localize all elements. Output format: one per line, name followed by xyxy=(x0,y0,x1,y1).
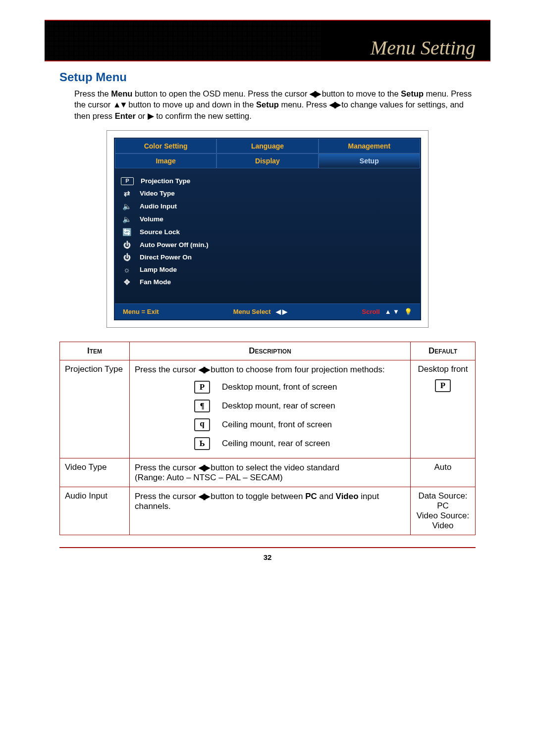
intro-text: button to move to the xyxy=(320,89,401,98)
osd-item-label: Lamp Mode xyxy=(140,266,177,273)
item-name: Audio Input xyxy=(60,487,130,535)
osd-footer: Menu = Exit Menu Select ◀ ▶ Scroll ▲ ▼ 💡 xyxy=(115,303,420,319)
table-row: Video Type Press the cursor ◀▶ button to… xyxy=(60,458,476,487)
up-down-arrows-icon: ▲▼ xyxy=(113,100,126,109)
osd-item-label: Video Type xyxy=(140,190,175,197)
desc-text: Press the cursor xyxy=(135,492,199,501)
desc-text: and xyxy=(317,492,336,501)
source-lock-icon: 🔄 xyxy=(121,228,133,237)
left-right-arrows-icon: ◀▶ xyxy=(199,463,209,472)
osd-item-list: PProjection Type ⇄Video Type 🔈Audio Inpu… xyxy=(115,168,420,303)
header-band: Menu Setting xyxy=(45,21,490,60)
header-description: Description xyxy=(130,342,411,360)
fan-mode-icon: ✥ xyxy=(121,278,133,287)
intro-text: button to move up and down in the xyxy=(126,100,256,109)
projection-option: ¶ Desktop mount, rear of screen xyxy=(194,400,405,412)
osd-footer-select: Menu Select xyxy=(233,308,271,315)
left-right-arrows-icon: ◀▶ xyxy=(329,100,339,109)
header-default: Default xyxy=(411,342,476,360)
item-description: Press the cursor ◀▶ button to select the… xyxy=(130,458,411,487)
osd-item-label: Projection Type xyxy=(141,177,190,185)
item-default: Auto xyxy=(411,458,476,487)
osd-item: ⏻Direct Power On xyxy=(121,251,414,263)
intro-text: or xyxy=(136,111,148,120)
intro-text: Press the xyxy=(74,89,111,98)
up-down-arrows-icon: ▲ ▼ xyxy=(385,308,399,315)
desc-text: button to choose from four projection me… xyxy=(209,365,385,374)
osd-footer-exit: Menu = Exit xyxy=(123,308,159,315)
osd-tab-display: Display xyxy=(216,153,318,168)
intro-text: menu. Press xyxy=(279,100,329,109)
volume-icon: 🔈 xyxy=(121,215,133,224)
pc-label: PC xyxy=(305,492,317,501)
osd-tab-row: Color Setting Language Management Image … xyxy=(115,139,420,168)
desc-text: button to toggle between xyxy=(209,492,306,501)
osd-item: ☼Lamp Mode xyxy=(121,263,414,276)
left-right-arrows-icon: ◀▶ xyxy=(310,89,320,98)
osd-tab-language: Language xyxy=(216,139,318,153)
osd-item: ⇄Video Type xyxy=(121,187,414,200)
osd-item: ✥Fan Mode xyxy=(121,276,414,289)
header-pattern xyxy=(45,21,322,60)
setup-label: Setup xyxy=(401,89,424,98)
item-default: Data Source: PC Video Source: Video xyxy=(411,487,476,535)
projection-option: Ь Ceiling mount, rear of screen xyxy=(194,437,405,450)
osd-tab-image: Image xyxy=(115,153,216,168)
lamp-mode-icon: ☼ xyxy=(121,265,133,274)
osd-item-label: Source Lock xyxy=(140,228,180,236)
desktop-front-icon: P xyxy=(435,379,451,392)
projection-option: P Desktop mount, front of screen xyxy=(194,381,405,394)
table-header-row: Item Description Default xyxy=(60,342,476,360)
setup-label: Setup xyxy=(256,100,279,109)
desc-text: Press the cursor xyxy=(135,463,199,472)
projection-type-icon: P xyxy=(121,177,134,185)
description-table: Item Description Default Projection Type… xyxy=(59,342,476,535)
section-title: Setup Menu xyxy=(59,70,490,84)
osd-item-label: Volume xyxy=(140,215,163,223)
osd-item-label: Audio Input xyxy=(140,202,177,210)
osd-item: PProjection Type xyxy=(121,175,414,187)
item-name: Projection Type xyxy=(60,360,130,458)
osd-screenshot: Color Setting Language Management Image … xyxy=(107,130,428,328)
ceiling-rear-icon: Ь xyxy=(194,437,210,450)
header-underline xyxy=(45,60,490,61)
intro-paragraph: Press the Menu button to open the OSD me… xyxy=(74,88,476,121)
table-row: Audio Input Press the cursor ◀▶ button t… xyxy=(60,487,476,535)
projection-label: Desktop mount, rear of screen xyxy=(222,401,335,411)
desktop-rear-icon: ¶ xyxy=(194,400,210,412)
audio-input-icon: 🔈 xyxy=(121,202,133,211)
left-right-arrows-icon: ◀▶ xyxy=(199,492,209,501)
item-name: Video Type xyxy=(60,458,130,487)
projection-label: Ceiling mount, front of screen xyxy=(222,420,332,430)
projection-label: Ceiling mount, rear of screen xyxy=(222,439,330,449)
osd-item-label: Direct Power On xyxy=(140,253,192,261)
default-text: Desktop front xyxy=(416,364,470,374)
ceiling-front-icon: d xyxy=(194,418,210,431)
header-item: Item xyxy=(60,342,130,360)
left-right-arrows-icon: ◀▶ xyxy=(199,365,209,374)
page-number: 32 xyxy=(45,548,490,576)
auto-power-off-icon: ⏻ xyxy=(121,241,133,249)
item-description: Press the cursor ◀▶ button to toggle bet… xyxy=(130,487,411,535)
video-type-icon: ⇄ xyxy=(121,189,133,198)
intro-text: to confirm the new setting. xyxy=(154,111,252,120)
direct-power-on-icon: ⏻ xyxy=(121,253,133,261)
item-description: Press the cursor ◀▶ button to choose fro… xyxy=(130,360,411,458)
osd-tab-management: Management xyxy=(319,139,420,153)
menu-label: Menu xyxy=(111,89,132,98)
header-title: Menu Setting xyxy=(371,36,476,59)
play-icon: ▶ xyxy=(148,111,154,120)
osd-item-label: Auto Power Off (min.) xyxy=(140,241,209,249)
osd-panel: Color Setting Language Management Image … xyxy=(114,138,421,320)
table-row: Projection Type Press the cursor ◀▶ butt… xyxy=(60,360,476,458)
projection-option: d Ceiling mount, front of screen xyxy=(194,418,405,431)
osd-tab-color-setting: Color Setting xyxy=(115,139,216,153)
desc-text: (Range: Auto – NTSC – PAL – SECAM) xyxy=(135,473,283,482)
desc-text: button to select the video standard xyxy=(209,463,340,472)
osd-item: 🔈Audio Input xyxy=(121,200,414,213)
osd-item: ⏻Auto Power Off (min.) xyxy=(121,239,414,251)
osd-item-label: Fan Mode xyxy=(140,278,171,286)
osd-item: 🔈Volume xyxy=(121,213,414,226)
video-label: Video xyxy=(336,492,359,501)
desktop-front-icon: P xyxy=(194,381,210,394)
